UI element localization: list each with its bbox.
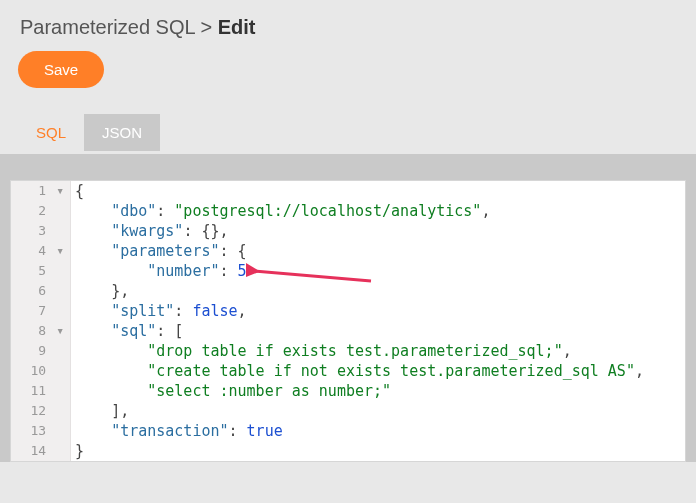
fold-toggle-icon[interactable]: ▾	[54, 181, 64, 201]
gutter-line-number: 2	[11, 201, 71, 221]
code-content[interactable]: "parameters": {	[71, 241, 685, 261]
gutter-line-number: 13	[11, 421, 71, 441]
code-content[interactable]: "select :number as number;"	[71, 381, 685, 401]
code-line[interactable]: 13 "transaction": true	[11, 421, 685, 441]
code-content[interactable]: }	[71, 441, 685, 461]
code-line[interactable]: 12 ],	[11, 401, 685, 421]
code-line[interactable]: 8 ▾ "sql": [	[11, 321, 685, 341]
breadcrumb-sep: >	[200, 16, 212, 38]
breadcrumb-parent[interactable]: Parameterized SQL	[20, 16, 195, 38]
gutter-line-number: 7	[11, 301, 71, 321]
code-content[interactable]: "sql": [	[71, 321, 685, 341]
code-content[interactable]: "dbo": "postgresql://localhost/analytics…	[71, 201, 685, 221]
code-line[interactable]: 11 "select :number as number;"	[11, 381, 685, 401]
code-content[interactable]: {	[71, 181, 685, 201]
code-content[interactable]: "split": false,	[71, 301, 685, 321]
tab-json[interactable]: JSON	[84, 114, 160, 151]
gutter-line-number: 10	[11, 361, 71, 381]
breadcrumb-current: Edit	[218, 16, 256, 38]
code-content[interactable]: "number": 5	[71, 261, 685, 281]
code-content[interactable]: "create table if not exists test.paramet…	[71, 361, 685, 381]
gutter-line-number: 14	[11, 441, 71, 461]
code-line[interactable]: 10 "create table if not exists test.para…	[11, 361, 685, 381]
gutter-line-number: 8 ▾	[11, 321, 71, 341]
gutter-line-number: 11	[11, 381, 71, 401]
fold-toggle-icon[interactable]: ▾	[54, 241, 64, 261]
code-line[interactable]: 4 ▾ "parameters": {	[11, 241, 685, 261]
gutter-line-number: 12	[11, 401, 71, 421]
code-line[interactable]: 2 "dbo": "postgresql://localhost/analyti…	[11, 201, 685, 221]
code-line[interactable]: 3 "kwargs": {},	[11, 221, 685, 241]
code-content[interactable]: ],	[71, 401, 685, 421]
gutter-line-number: 9	[11, 341, 71, 361]
breadcrumb: Parameterized SQL > Edit	[20, 16, 678, 39]
code-line[interactable]: 5 "number": 5	[11, 261, 685, 281]
editor-container: 1 ▾{2 "dbo": "postgresql://localhost/ana…	[0, 154, 696, 462]
code-content[interactable]: "kwargs": {},	[71, 221, 685, 241]
code-line[interactable]: 9 "drop table if exists test.parameteriz…	[11, 341, 685, 361]
gutter-line-number: 5	[11, 261, 71, 281]
gutter-line-number: 1 ▾	[11, 181, 71, 201]
code-line[interactable]: 1 ▾{	[11, 181, 685, 201]
code-line[interactable]: 14 }	[11, 441, 685, 461]
code-line[interactable]: 7 "split": false,	[11, 301, 685, 321]
code-content[interactable]: },	[71, 281, 685, 301]
gutter-line-number: 3	[11, 221, 71, 241]
code-line[interactable]: 6 },	[11, 281, 685, 301]
gutter-line-number: 6	[11, 281, 71, 301]
tabs-bar: SQLJSON	[18, 114, 678, 154]
code-content[interactable]: "drop table if exists test.parameterized…	[71, 341, 685, 361]
code-content[interactable]: "transaction": true	[71, 421, 685, 441]
fold-toggle-icon[interactable]: ▾	[54, 321, 64, 341]
gutter-line-number: 4 ▾	[11, 241, 71, 261]
code-editor[interactable]: 1 ▾{2 "dbo": "postgresql://localhost/ana…	[10, 180, 686, 462]
save-button[interactable]: Save	[18, 51, 104, 88]
tab-sql[interactable]: SQL	[18, 114, 84, 151]
